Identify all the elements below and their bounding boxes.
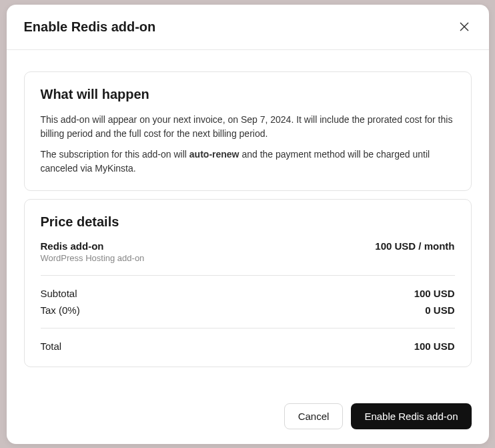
subtotal-value: 100 USD [414, 288, 455, 299]
price-item-row: Redis add-on WordPress Hosting add-on 10… [41, 240, 455, 263]
total-row: Total 100 USD [41, 341, 455, 352]
line2-pre: The subscription for this add-on will [41, 149, 189, 160]
what-will-happen-title: What will happen [41, 87, 455, 102]
cancel-button[interactable]: Cancel [284, 403, 344, 429]
price-item-sub: WordPress Hosting add-on [41, 253, 145, 263]
tax-row: Tax (0%) 0 USD [41, 304, 455, 316]
modal-body: What will happen This add-on will appear… [7, 50, 489, 393]
what-will-happen-card: What will happen This add-on will appear… [24, 71, 472, 191]
divider [41, 275, 455, 276]
price-details-card: Price details Redis add-on WordPress Hos… [24, 199, 472, 367]
total-label: Total [41, 341, 62, 352]
subtotal-row: Subtotal 100 USD [41, 288, 455, 299]
price-item-left: Redis add-on WordPress Hosting add-on [41, 240, 145, 263]
close-button[interactable] [457, 19, 472, 34]
line2-bold: auto-renew [189, 149, 239, 160]
modal-title: Enable Redis add-on [24, 19, 156, 35]
subtotal-label: Subtotal [41, 288, 77, 299]
modal-header: Enable Redis add-on [7, 5, 489, 50]
modal-footer: Cancel Enable Redis add-on [7, 393, 489, 444]
total-value: 100 USD [414, 341, 455, 352]
divider [41, 328, 455, 328]
what-will-happen-line1: This add-on will appear on your next inv… [41, 113, 455, 141]
modal-enable-redis-addon: Enable Redis add-on What will happen Thi… [7, 5, 489, 444]
tax-value: 0 USD [425, 304, 454, 316]
what-will-happen-line2: The subscription for this add-on will au… [41, 148, 455, 176]
price-item-value: 100 USD / month [375, 240, 454, 252]
tax-label: Tax (0%) [41, 304, 80, 316]
close-icon [460, 22, 469, 31]
price-details-title: Price details [41, 214, 455, 230]
confirm-button[interactable]: Enable Redis add-on [351, 403, 471, 429]
price-item-name: Redis add-on [41, 240, 145, 252]
